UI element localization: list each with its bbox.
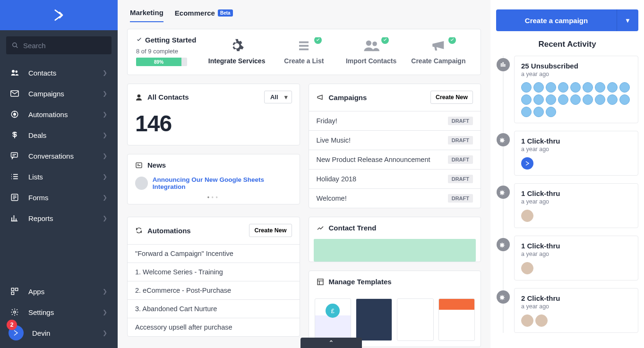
activity-item[interactable]: 25 Unsubscribed a year ago — [514, 56, 638, 123]
status-badge: DRAFT — [448, 155, 473, 164]
activity-item[interactable]: 2 Click-thru a year ago — [514, 288, 638, 333]
refresh-icon — [135, 227, 143, 234]
avatar — [619, 82, 630, 93]
avatar — [533, 82, 544, 93]
avatar — [533, 107, 544, 117]
avatar — [135, 177, 148, 190]
right-panel: Create a campaign ▼ Recent Activity 25 U… — [490, 0, 644, 348]
activity-title: 2 Click-thru — [521, 294, 631, 302]
svg-rect-22 — [11, 288, 14, 290]
check-icon — [381, 37, 389, 44]
automation-row[interactable]: "Forward a Campaign" Incentive — [128, 244, 300, 263]
chevron-right-icon: ❯ — [103, 153, 107, 159]
sidebar-item-contacts[interactable]: Contacts❯ — [0, 62, 118, 83]
tab-marketing[interactable]: Marketing — [130, 6, 163, 22]
automation-row[interactable]: 2. eCommerce - Post-Purchase — [128, 281, 300, 299]
automation-row[interactable]: Accessory upsell after purchase — [128, 318, 300, 336]
activity-icon — [497, 58, 510, 71]
tab-ecommerce[interactable]: Ecommerce Beta — [175, 6, 233, 22]
svg-point-29 — [366, 41, 371, 46]
sidebar-item-automations[interactable]: Automations❯ — [0, 104, 118, 125]
avatar — [521, 262, 533, 274]
trend-icon — [317, 224, 324, 232]
avatar — [521, 82, 532, 93]
progress-bar: 89% — [136, 58, 187, 66]
contacts-filter-select[interactable]: All — [264, 91, 292, 103]
create-campaign-button[interactable]: Create New — [430, 91, 473, 104]
sidebar-item-lists[interactable]: Lists❯ — [0, 166, 118, 187]
campaign-row[interactable]: Welcome!DRAFT — [309, 188, 481, 208]
create-campaign-button[interactable]: Create a campaign — [496, 9, 617, 31]
check-icon — [314, 37, 322, 44]
apps-icon — [10, 287, 20, 296]
sidebar-item-conversations[interactable]: Conversations❯ — [0, 145, 118, 166]
avatar — [607, 82, 618, 93]
step-integrate[interactable]: Integrate Services — [203, 37, 270, 65]
sidebar-item-user[interactable]: 2 Devin❯ — [0, 323, 118, 343]
campaign-row[interactable]: Live Music!DRAFT — [309, 130, 481, 150]
activity-time: a year ago — [521, 303, 631, 310]
expand-up-button[interactable]: ⌃ — [301, 338, 362, 348]
step-import[interactable]: Import Contacts — [338, 37, 405, 65]
activity-item[interactable]: 1 Click-thru a year ago — [514, 131, 638, 176]
sidebar-item-forms[interactable]: Forms❯ — [0, 187, 118, 208]
template-thumb[interactable]: £ — [315, 298, 351, 341]
news-item[interactable]: Announcing Our New Google Sheets Integra… — [128, 176, 300, 195]
create-automation-button[interactable]: Create New — [249, 224, 292, 237]
sidebar-item-campaigns[interactable]: Campaigns❯ — [0, 83, 118, 104]
sidebar: Contacts❯ Campaigns❯ Automations❯ Deals❯… — [0, 0, 118, 348]
carousel-dots[interactable]: ●●● — [128, 195, 300, 204]
svg-point-30 — [372, 42, 377, 46]
sidebar-item-deals[interactable]: Deals❯ — [0, 125, 118, 145]
svg-point-31 — [137, 94, 141, 98]
contact-trend-card: Contact Trend — [309, 217, 481, 262]
label: Conversations — [28, 152, 74, 160]
avatar — [521, 107, 532, 117]
search-input[interactable] — [6, 36, 112, 54]
avatar — [533, 94, 544, 105]
chat-icon — [10, 152, 20, 160]
sidebar-item-settings[interactable]: Settings❯ — [0, 302, 118, 323]
chevron-right-icon: ❯ — [103, 288, 107, 295]
create-campaign-dropdown[interactable]: ▼ — [617, 9, 638, 31]
campaign-row[interactable]: New Product Release AnnouncementDRAFT — [309, 150, 481, 169]
campaigns-card: Campaigns Create New Friday!DRAFTLive Mu… — [309, 84, 481, 208]
avatar — [595, 94, 605, 105]
avatar — [521, 94, 532, 105]
label: Automations — [28, 110, 68, 119]
step-campaign[interactable]: Create Campaign — [405, 37, 472, 65]
activity-title: 25 Unsubscribed — [521, 62, 631, 70]
label: Deals — [28, 131, 46, 139]
template-thumb[interactable] — [397, 298, 433, 341]
activity-time: a year ago — [521, 71, 631, 77]
activity-icon — [497, 238, 510, 251]
activity-icon — [497, 186, 510, 199]
activity-item[interactable]: 1 Click-thru a year ago — [514, 183, 638, 228]
sidebar-item-reports[interactable]: Reports❯ — [0, 208, 118, 229]
template-thumb[interactable] — [356, 298, 392, 341]
activity-title: 1 Click-thru — [521, 137, 631, 145]
activity-time: a year ago — [521, 251, 631, 257]
sidebar-item-apps[interactable]: Apps❯ — [0, 281, 118, 302]
activity-item[interactable]: 1 Click-thru a year ago — [514, 236, 638, 280]
envelope-icon — [10, 90, 20, 97]
contact-count: 146 — [128, 110, 300, 145]
campaign-row[interactable]: Friday!DRAFT — [309, 111, 481, 130]
campaign-row[interactable]: Holiday 2018DRAFT — [309, 169, 481, 188]
activity-title: 1 Click-thru — [521, 242, 631, 250]
label: Lists — [28, 173, 43, 181]
label: Forms — [28, 194, 49, 202]
beta-badge: Beta — [218, 9, 233, 17]
avatar — [558, 94, 568, 105]
label: Campaigns — [28, 90, 64, 98]
step-label: Integrate Services — [208, 57, 266, 65]
automation-row[interactable]: 1. Welcome Series - Training — [128, 263, 300, 281]
logo[interactable] — [0, 0, 118, 30]
step-list[interactable]: Create a List — [270, 37, 337, 65]
template-thumb[interactable] — [438, 298, 475, 341]
step-label: Create a List — [284, 57, 324, 65]
chevron-right-icon: ❯ — [103, 309, 107, 315]
contacts-icon — [338, 37, 405, 54]
card-title: Automations — [147, 227, 191, 235]
automation-row[interactable]: 3. Abandoned Cart Nurture — [128, 299, 300, 318]
